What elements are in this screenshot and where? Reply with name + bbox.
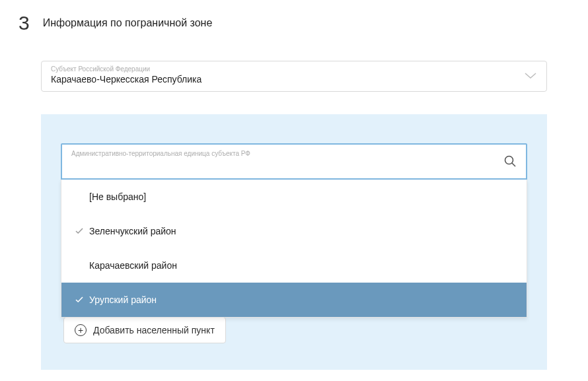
add-button-label: Добавить населенный пункт bbox=[93, 325, 215, 335]
dropdown-item-label: Зеленчукский район bbox=[89, 226, 176, 236]
subject-label: Субъект Российской Федерации bbox=[51, 65, 524, 73]
step-title: Информация по пограничной зоне bbox=[43, 17, 213, 29]
chevron-down-icon bbox=[524, 71, 537, 80]
svg-line-1 bbox=[512, 163, 515, 166]
search-icon[interactable] bbox=[503, 155, 517, 168]
dropdown-item-urupsky[interactable]: Урупский район bbox=[61, 283, 527, 317]
dropdown-item-label: Урупский район bbox=[89, 294, 157, 305]
admin-unit-search-input[interactable] bbox=[71, 160, 503, 171]
dropdown-item-label: Карачаевский район bbox=[89, 260, 177, 271]
subject-select[interactable]: Субъект Российской Федерации Карачаево-Ч… bbox=[41, 61, 547, 92]
check-icon bbox=[73, 228, 85, 234]
dropdown-item-none[interactable]: [Не выбрано] bbox=[61, 180, 527, 214]
plus-icon: + bbox=[75, 324, 87, 336]
add-locality-button[interactable]: + Добавить населенный пункт bbox=[63, 317, 226, 343]
admin-unit-label: Административно-территориальная единица … bbox=[71, 150, 503, 157]
dropdown-item-zelenchuksky[interactable]: Зеленчукский район bbox=[61, 214, 527, 248]
check-icon bbox=[73, 296, 85, 303]
svg-point-0 bbox=[505, 156, 513, 164]
admin-unit-dropdown: [Не выбрано] Зеленчукский район Карачаев… bbox=[61, 180, 527, 318]
section-header: 3 Информация по пограничной зоне bbox=[0, 0, 588, 34]
dropdown-item-label: [Не выбрано] bbox=[89, 191, 146, 202]
dropdown-item-karachaevsky[interactable]: Карачаевский район bbox=[61, 248, 527, 283]
step-number: 3 bbox=[18, 12, 30, 34]
admin-unit-select[interactable]: Административно-территориальная единица … bbox=[61, 143, 527, 180]
subject-value: Карачаево-Черкесская Республика bbox=[51, 74, 524, 85]
zone-panel: Административно-территориальная единица … bbox=[41, 114, 547, 370]
